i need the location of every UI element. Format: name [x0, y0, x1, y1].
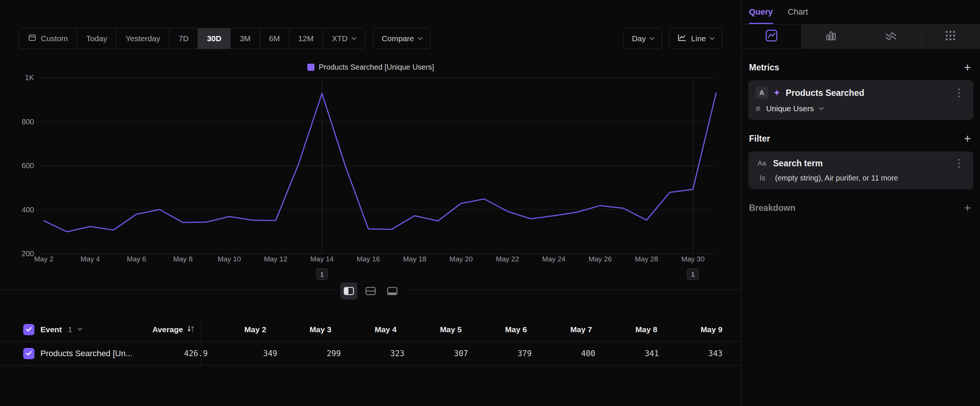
add-metric-button[interactable]: + — [964, 61, 971, 73]
cell-value: 343 — [659, 349, 722, 358]
range-xtd-button[interactable]: XTD — [323, 29, 364, 49]
date-header: May 9 — [657, 325, 722, 334]
date-header: May 3 — [266, 325, 331, 334]
add-filter-button[interactable]: + — [964, 132, 971, 145]
table-row[interactable]: Products Searched [Un... 426.9 349 299 3… — [0, 342, 741, 366]
layout-split-bottom-button[interactable] — [362, 282, 379, 299]
range-custom-button[interactable]: Custom — [19, 29, 77, 49]
annotation-marker[interactable]: 1 — [687, 269, 698, 280]
filter-row: Aa Search term ⋮ — [756, 158, 966, 169]
date-header: May 7 — [527, 325, 592, 334]
range-label: 30D — [207, 34, 222, 43]
svg-text:1: 1 — [320, 271, 323, 278]
metric-row: A ✦ Products Searched ⋮ — [756, 87, 966, 99]
y-tick-label: 200 — [22, 250, 34, 258]
x-tick-label: May 4 — [81, 255, 100, 263]
average-header-label: Average — [152, 325, 183, 334]
metrics-section-header: Metrics + — [741, 61, 980, 73]
date-header: May 2 — [201, 325, 266, 334]
line-chart-icon — [765, 29, 778, 43]
y-tick-label: 800 — [22, 118, 34, 126]
x-tick-label: May 24 — [542, 255, 566, 263]
chart-type-stacked[interactable] — [861, 24, 921, 48]
chart-style-dropdown[interactable]: Line — [669, 28, 722, 49]
stacked-area-icon — [885, 29, 897, 43]
range-12m-button[interactable]: 12M — [290, 29, 323, 49]
range-label: Today — [86, 34, 107, 43]
add-breakdown-button[interactable]: + — [964, 202, 971, 214]
range-6m-button[interactable]: 6M — [260, 29, 290, 49]
x-tick-label: May 18 — [403, 255, 426, 263]
chevron-down-icon — [352, 35, 356, 40]
chevron-down-icon[interactable] — [78, 326, 82, 331]
breakdown-section-header: Breakdown + — [741, 202, 980, 214]
filter-title: Filter — [749, 134, 770, 144]
filter-operator[interactable]: Is — [759, 174, 765, 182]
x-tick-label: May 6 — [127, 255, 146, 263]
kebab-menu-icon[interactable]: ⋮ — [952, 158, 966, 169]
event-name: Products Searched [Un... — [40, 349, 132, 358]
filter-condition-row[interactable]: Is (empty string), Air purifier, or 11 m… — [756, 174, 966, 182]
row-checkbox[interactable] — [23, 348, 35, 359]
date-header: May 6 — [462, 325, 527, 334]
series-line — [44, 93, 716, 232]
chart-type-selector — [741, 24, 980, 49]
x-tick-label: May 20 — [450, 255, 473, 263]
cell-value: 400 — [531, 349, 595, 358]
annotation-marker[interactable]: 1 — [316, 269, 328, 280]
interval-label: Day — [632, 34, 646, 43]
date-header: May 5 — [396, 325, 461, 334]
metrics-title: Metrics — [749, 62, 780, 73]
chart-type-more[interactable] — [921, 24, 980, 48]
event-count: 1 — [68, 325, 72, 334]
interval-dropdown[interactable]: Day — [623, 28, 662, 49]
layout-full-button[interactable] — [384, 282, 401, 299]
metric-card[interactable]: A ✦ Products Searched ⋮ # Unique Users — [748, 80, 973, 120]
date-header: May 4 — [331, 325, 396, 334]
table-header-row: Event 1 Average May 2 May 3 May 4 May 5 … — [0, 318, 741, 342]
chevron-down-icon — [649, 35, 654, 40]
filter-card[interactable]: Aa Search term ⋮ Is (empty string), Air … — [748, 151, 973, 189]
range-7d-button[interactable]: 7D — [170, 29, 198, 49]
tab-chart[interactable]: Chart — [788, 0, 808, 24]
chart-type-line[interactable] — [741, 24, 801, 48]
layout-split-left-button[interactable] — [340, 282, 358, 299]
x-tick-label: May 14 — [310, 255, 334, 263]
range-label: Custom — [41, 34, 68, 43]
average-header-cell[interactable]: Average — [120, 325, 201, 334]
x-tick-label: May 12 — [264, 255, 287, 263]
aggregation-prefix: # — [756, 104, 760, 113]
select-all-checkbox[interactable] — [23, 324, 35, 335]
filter-value[interactable]: (empty string), Air purifier, or 11 more — [775, 174, 898, 182]
line-chart-icon — [678, 34, 687, 44]
cell-value: 341 — [595, 349, 659, 358]
tab-query[interactable]: Query — [749, 0, 773, 24]
date-range-picker: Custom Today Yesterday 7D 30D 3M 6M 12M … — [19, 28, 365, 49]
range-3m-button[interactable]: 3M — [231, 29, 260, 49]
filter-section-header: Filter + — [741, 132, 980, 145]
range-30d-button[interactable]: 30D — [198, 29, 231, 49]
chart-style-label: Line — [691, 34, 706, 43]
cell-value: 349 — [214, 349, 277, 358]
x-tick-label: May 16 — [357, 255, 380, 263]
aggregation-row[interactable]: # Unique Users — [756, 104, 966, 113]
analytics-app: Custom Today Yesterday 7D 30D 3M 6M 12M … — [0, 0, 980, 406]
cell-value: 379 — [468, 349, 531, 358]
value-cells: 349 299 323 307 379 400 341 343 — [214, 349, 741, 358]
compare-button[interactable]: Compare — [373, 28, 431, 49]
kebab-menu-icon[interactable]: ⋮ — [952, 88, 966, 98]
chart-toolbar: Custom Today Yesterday 7D 30D 3M 6M 12M … — [19, 28, 722, 49]
range-today-button[interactable]: Today — [77, 29, 116, 49]
filter-property-name[interactable]: Search term — [773, 158, 823, 169]
sort-icon[interactable] — [187, 325, 195, 334]
x-tick-label: May 8 — [173, 255, 193, 263]
x-tick-label: May 26 — [589, 255, 612, 263]
chart-legend[interactable]: Products Searched [Unique Users] — [0, 63, 741, 72]
chevron-down-icon — [418, 35, 423, 40]
metric-name[interactable]: Products Searched — [786, 88, 864, 98]
range-yesterday-button[interactable]: Yesterday — [116, 29, 170, 49]
sidebar-tabs: Query Chart — [741, 0, 980, 24]
range-label: Yesterday — [126, 34, 160, 43]
line-chart-canvas[interactable]: 2004006008001K11May 2May 4May 6May 8May … — [0, 73, 741, 283]
chart-type-bar[interactable] — [801, 24, 861, 48]
